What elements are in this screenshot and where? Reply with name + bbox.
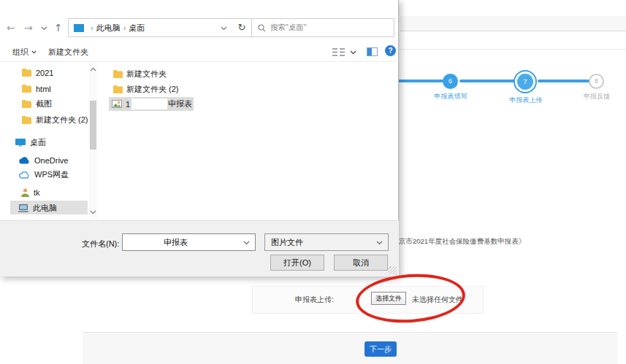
- page-footer-band: [83, 332, 617, 364]
- scrollbar-thumb[interactable]: [90, 101, 96, 150]
- wizard-step-7-number: 7: [517, 74, 533, 90]
- filetype-dropdown[interactable]: 图片文件: [264, 233, 389, 251]
- wizard-step-8-circle: 8: [589, 74, 604, 89]
- help-icon[interactable]: ?: [385, 45, 396, 56]
- file-name-label: 新建文件夹: [126, 69, 167, 80]
- toolbar-divider: [0, 61, 399, 62]
- resize-grip[interactable]: [389, 266, 397, 274]
- folder-icon: [22, 69, 31, 77]
- red-circle-annotation: [354, 271, 467, 326]
- cancel-button[interactable]: 取消: [334, 255, 388, 271]
- wizard-step-6-label: 申报表填写: [435, 92, 467, 101]
- file-row-new-folder-2[interactable]: 新建文件夹 (2): [113, 83, 179, 96]
- folder-location-icon: [74, 24, 84, 32]
- organize-label: 组织: [12, 47, 28, 58]
- sidebar-item-new-folder-2[interactable]: 新建文件夹 (2): [22, 114, 88, 126]
- sidebar-item-label: 桌面: [30, 137, 46, 148]
- file-row-selected-image[interactable]: 1: [112, 98, 130, 110]
- wps-cloud-icon: [19, 171, 30, 179]
- search-placeholder-text: 搜索"桌面": [270, 23, 306, 33]
- up-button[interactable]: ↑: [54, 22, 63, 34]
- organize-chevron-icon: [31, 50, 37, 54]
- search-icon: [258, 24, 266, 32]
- breadcrumb-desktop[interactable]: 桌面: [129, 23, 145, 34]
- folder-icon: [22, 85, 31, 93]
- sidebar-item-onedrive[interactable]: OneDrive: [19, 154, 68, 166]
- details-view-icon[interactable]: [332, 47, 346, 57]
- sidebar-item-label: WPS网盘: [34, 169, 69, 180]
- sidebar-item-label: 截图: [36, 98, 52, 109]
- file-row-new-folder[interactable]: 新建文件夹: [113, 68, 167, 80]
- search-box[interactable]: 搜索"桌面": [251, 18, 394, 37]
- preview-pane-icon[interactable]: [367, 47, 378, 56]
- sidebar-item-user-tk[interactable]: tk: [21, 186, 40, 198]
- file-name-suffix: 申报表: [168, 98, 192, 110]
- filename-label: 文件名(N):: [82, 239, 119, 249]
- sidebar-item-desktop[interactable]: 桌面: [15, 136, 46, 149]
- folder-icon: [22, 100, 31, 108]
- filename-input[interactable]: 申报表: [122, 233, 256, 251]
- wizard-connector: [538, 80, 590, 82]
- recent-locations-chevron-icon[interactable]: [41, 26, 47, 31]
- upload-label: 申报表上传:: [295, 295, 334, 305]
- sidebar-item-html[interactable]: html: [22, 82, 51, 95]
- filetype-value: 图片文件: [271, 238, 303, 247]
- breadcrumb-separator: ›: [91, 23, 93, 32]
- file-name-prefix: 1: [126, 100, 130, 109]
- filetype-dropdown-chevron-icon[interactable]: [376, 241, 383, 245]
- new-folder-button[interactable]: 新建文件夹: [48, 47, 88, 58]
- file-name-label: 新建文件夹 (2): [126, 84, 179, 95]
- forward-button[interactable]: →: [24, 22, 33, 34]
- sidebar-item-label: OneDrive: [34, 156, 68, 165]
- wizard-step-7-circle: 7: [514, 70, 537, 93]
- user-icon: [21, 188, 29, 197]
- back-button[interactable]: ←: [7, 22, 15, 34]
- sidebar-scrollbar[interactable]: [89, 63, 97, 218]
- sidebar-item-wps-cloud[interactable]: WPS网盘: [19, 169, 69, 181]
- screenshot-root: 6 7 8 申报表填写 申报表上传 申报反馈 京市2021年度社会保险缴费基数申…: [0, 0, 626, 364]
- address-bar[interactable]: › 此电脑 › 桌面: [68, 18, 233, 37]
- sidebar-item-label: 此电脑: [33, 203, 57, 214]
- computer-icon: [18, 204, 28, 212]
- organize-menu[interactable]: 组织: [12, 47, 37, 58]
- wizard-connector: [459, 80, 516, 82]
- desktop-icon: [15, 139, 26, 147]
- scroll-down-icon[interactable]: [90, 210, 96, 214]
- page-header-band: [400, 16, 626, 31]
- page-divider: [400, 49, 626, 50]
- next-step-button[interactable]: 下一步: [364, 341, 397, 357]
- folder-icon: [113, 70, 123, 78]
- wizard-step-7-label: 申报表上传: [510, 96, 543, 105]
- open-file-dialog: ← → ↑ › 此电脑 › 桌面 ↻ 搜索"桌面" 组织 新建文件夹: [0, 0, 399, 276]
- sidebar-item-label: html: [36, 85, 51, 93]
- file-name-suffix-label: 申报表: [168, 98, 192, 109]
- refresh-button[interactable]: ↻: [232, 18, 252, 37]
- wizard-connector: [398, 80, 445, 82]
- breadcrumb-separator: ›: [123, 23, 126, 32]
- wizard-step-8-label: 申报反馈: [584, 92, 610, 101]
- wizard-step-6-circle: 6: [443, 74, 458, 89]
- sidebar-item-2021[interactable]: 2021: [22, 66, 53, 79]
- filename-dropdown-chevron-icon[interactable]: [243, 241, 250, 245]
- sidebar-item-label: 新建文件夹 (2): [36, 115, 88, 125]
- filename-value: 申报表: [164, 238, 188, 247]
- filename-redaction-box: [131, 98, 167, 109]
- view-options-chevron-icon[interactable]: [350, 50, 356, 55]
- folder-icon: [22, 116, 31, 124]
- page-partial-text: 京市2021年度社会保险缴费基数申报表》: [399, 237, 525, 247]
- onedrive-cloud-icon: [19, 157, 30, 164]
- sidebar-item-this-pc[interactable]: 此电脑: [18, 202, 57, 214]
- sidebar-item-label: 2021: [36, 69, 53, 77]
- address-dropdown-chevron-icon[interactable]: [221, 26, 227, 31]
- image-file-icon: [112, 100, 122, 108]
- scroll-up-icon[interactable]: [90, 67, 96, 71]
- sidebar-item-label: tk: [34, 188, 40, 197]
- breadcrumb-this-pc[interactable]: 此电脑: [96, 23, 121, 34]
- open-button[interactable]: 打开(O): [270, 255, 324, 271]
- new-folder-label: 新建文件夹: [48, 47, 88, 58]
- folder-icon: [113, 85, 123, 93]
- sidebar-item-screenshots[interactable]: 截图: [22, 98, 52, 110]
